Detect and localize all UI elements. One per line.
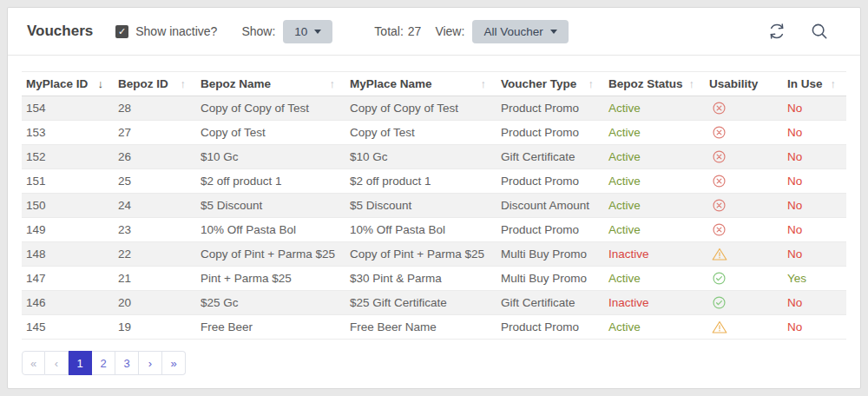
cell-bepoz-status: Active — [604, 96, 705, 121]
column-header-bepoz-status[interactable]: Bepoz Status↑ — [604, 72, 705, 96]
column-header-myplace-name[interactable]: MyPlace Name↑ — [345, 72, 496, 96]
cross-circle-icon — [712, 101, 727, 116]
cell-bepoz-name: $5 Discount — [196, 194, 345, 218]
cell-bepoz-status: Inactive — [604, 291, 705, 315]
cell-in-use: No — [783, 242, 846, 267]
table-row[interactable]: 14822Copy of Pint + Parma $25Copy of Pin… — [22, 242, 846, 267]
column-label: Bepoz Name — [201, 77, 271, 90]
cell-in-use: No — [783, 121, 846, 145]
cell-usability — [705, 96, 783, 121]
pagination: «‹123›» — [22, 351, 186, 375]
refresh-button[interactable] — [767, 22, 786, 41]
search-icon — [810, 22, 829, 41]
table-row[interactable]: 14721Pint + Parma $25$30 Pint & ParmaMul… — [22, 267, 846, 291]
column-header-bepoz-id[interactable]: Bepoz ID↑ — [114, 72, 196, 96]
cross-circle-icon — [712, 174, 727, 188]
cell-myplace-id: 150 — [22, 194, 114, 218]
table-row[interactable]: 15024$5 Discount$5 DiscountDiscount Amou… — [22, 194, 846, 218]
cell-bepoz-id: 19 — [114, 315, 196, 340]
cross-circle-icon — [712, 125, 727, 140]
cell-usability — [705, 218, 783, 242]
cell-voucher-type: Product Promo — [496, 121, 604, 145]
cell-in-use: No — [783, 218, 846, 242]
pagination-page-1[interactable]: 1 — [69, 351, 92, 375]
column-header-in-use[interactable]: In Use↑ — [783, 72, 846, 96]
cell-voucher-type: Gift Certificate — [496, 291, 604, 315]
cell-bepoz-id: 23 — [114, 218, 196, 242]
table-row[interactable]: 15226$10 Gc$10 GcGift CertificateActiveN… — [22, 145, 846, 169]
pagination-page-3[interactable]: 3 — [115, 351, 139, 375]
checkbox-checked-icon[interactable]: ✓ — [115, 25, 128, 38]
table-row[interactable]: 15327Copy of TestCopy of TestProduct Pro… — [22, 121, 846, 145]
vouchers-table: MyPlace ID↓Bepoz ID↑Bepoz Name↑MyPlace N… — [22, 71, 846, 340]
cell-usability — [705, 169, 783, 194]
cell-myplace-name: $30 Pint & Parma — [345, 267, 496, 291]
cell-in-use: Yes — [783, 267, 846, 291]
sort-desc-icon: ↓ — [98, 77, 104, 90]
cell-voucher-type: Product Promo — [496, 315, 604, 340]
header-actions — [767, 22, 829, 41]
view-label: View: — [435, 24, 464, 38]
pagination-next-button[interactable]: › — [139, 351, 162, 375]
table-header-row: MyPlace ID↓Bepoz ID↑Bepoz Name↑MyPlace N… — [22, 72, 846, 96]
page-title: Vouchers — [27, 23, 93, 40]
cell-bepoz-status: Active — [604, 315, 705, 340]
cell-bepoz-name: 10% Off Pasta Bol — [196, 218, 345, 242]
cell-in-use: No — [783, 315, 846, 340]
table-row[interactable]: 14620$25 Gc$25 Gift CertificateGift Cert… — [22, 291, 846, 315]
cell-in-use: No — [783, 169, 846, 194]
column-header-bepoz-name[interactable]: Bepoz Name↑ — [196, 72, 345, 96]
sort-asc-icon: ↑ — [589, 77, 595, 90]
table-row[interactable]: 15125$2 off product 1$2 off product 1Pro… — [22, 169, 846, 194]
cell-bepoz-id: 27 — [114, 121, 196, 145]
cell-bepoz-name: Copy of Pint + Parma $25 — [196, 242, 345, 267]
column-label: In Use — [787, 77, 823, 90]
column-label: Bepoz Status — [608, 77, 683, 90]
table-row[interactable]: 14519Free BeerFree Beer NameProduct Prom… — [22, 315, 846, 340]
search-button[interactable] — [810, 22, 829, 41]
cell-bepoz-name: $10 Gc — [196, 145, 345, 169]
cell-myplace-id: 145 — [22, 315, 114, 340]
cell-voucher-type: Product Promo — [496, 169, 604, 194]
cell-bepoz-id: 21 — [114, 267, 196, 291]
sort-asc-icon: ↑ — [481, 77, 487, 90]
total-label: Total: — [374, 24, 403, 38]
cell-in-use: No — [783, 291, 846, 315]
cell-voucher-type: Multi Buy Promo — [496, 267, 604, 291]
cell-usability — [705, 315, 783, 340]
cell-bepoz-status: Active — [604, 169, 705, 194]
cell-usability — [705, 145, 783, 169]
page-size-dropdown[interactable]: 10 — [283, 20, 332, 43]
column-header-voucher-type[interactable]: Voucher Type↑ — [496, 72, 604, 96]
cell-bepoz-name: Copy of Copy of Test — [196, 96, 345, 121]
cell-bepoz-status: Active — [604, 218, 705, 242]
table-row[interactable]: 1492310% Off Pasta Bol10% Off Pasta BolP… — [22, 218, 846, 242]
table-row[interactable]: 15428Copy of Copy of TestCopy of Copy of… — [22, 96, 846, 121]
check-circle-icon — [712, 295, 727, 310]
pagination-page-2[interactable]: 2 — [92, 351, 115, 375]
cell-in-use: No — [783, 194, 846, 218]
cell-bepoz-name: $2 off product 1 — [196, 169, 345, 194]
cell-bepoz-id: 20 — [114, 291, 196, 315]
pagination-first-button[interactable]: « — [22, 351, 45, 375]
cell-bepoz-status: Active — [604, 194, 705, 218]
view-filter-value: All Voucher — [483, 25, 542, 38]
cell-usability — [705, 267, 783, 291]
column-header-myplace-id[interactable]: MyPlace ID↓ — [22, 72, 114, 96]
view-filter-dropdown[interactable]: All Voucher — [472, 20, 568, 43]
cell-bepoz-status: Inactive — [604, 242, 705, 267]
page-size-value: 10 — [294, 25, 307, 38]
show-inactive-toggle[interactable]: ✓ Show inactive? — [115, 24, 217, 38]
cross-circle-icon — [712, 198, 727, 213]
cell-bepoz-status: Active — [604, 121, 705, 145]
pagination-last-button[interactable]: » — [162, 351, 186, 375]
cell-voucher-type: Product Promo — [496, 96, 604, 121]
cell-bepoz-id: 26 — [114, 145, 196, 169]
column-label: Bepoz ID — [118, 77, 168, 90]
total-value: 27 — [408, 24, 422, 38]
pagination-prev-button[interactable]: ‹ — [45, 351, 69, 375]
cell-bepoz-id: 28 — [114, 96, 196, 121]
cell-usability — [705, 194, 783, 218]
cell-myplace-name: $5 Discount — [345, 194, 496, 218]
cell-in-use: No — [783, 96, 846, 121]
